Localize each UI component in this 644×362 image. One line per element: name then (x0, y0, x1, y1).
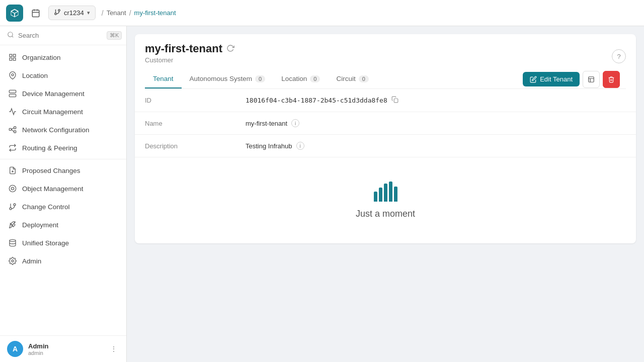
branch-icon (54, 9, 61, 17)
sidebar-item-change-control[interactable]: Change Control (0, 198, 126, 216)
app-logo[interactable] (6, 5, 23, 22)
svg-point-5 (58, 10, 60, 12)
refresh-icon[interactable] (226, 44, 234, 54)
content-card: my-first-tenant Customer ? (135, 34, 636, 243)
tab-actions: Edit Tenant (523, 71, 626, 88)
svg-point-25 (9, 185, 16, 192)
sidebar-item-network-configuration[interactable]: Network Configuration (0, 121, 126, 139)
svg-point-13 (12, 74, 14, 76)
branch-name: cr1234 (64, 9, 84, 17)
sidebar-item-label: Object Management (22, 185, 84, 193)
sidebar-item-label: Location (22, 72, 48, 79)
svg-rect-12 (10, 58, 12, 60)
topbar: cr1234 ▾ / Tenant / my-first-tenant (0, 0, 644, 26)
tenant-title: my-first-tenant (145, 42, 234, 55)
tab-location[interactable]: Location 0 (273, 70, 328, 88)
sidebar-item-label: Network Configuration (22, 126, 90, 134)
svg-point-26 (11, 187, 14, 190)
layout: ⌘K Organization Location (0, 26, 644, 362)
sidebar-item-location[interactable]: Location (0, 66, 126, 84)
bar-4 (389, 182, 392, 202)
search-shortcut: ⌘K (107, 31, 122, 40)
breadcrumb-tenant[interactable]: Tenant (107, 9, 126, 17)
branch-selector[interactable]: cr1234 ▾ (48, 6, 96, 20)
tenant-name: my-first-tenant (145, 42, 222, 55)
sidebar-item-routing-peering[interactable]: Routing & Peering (0, 139, 126, 157)
svg-point-6 (55, 13, 57, 15)
sidebar-item-organization[interactable]: Organization (0, 48, 126, 66)
svg-point-29 (10, 208, 12, 210)
avatar: A (7, 341, 23, 357)
sidebar: ⌘K Organization Location (0, 26, 127, 362)
breadcrumb-my-first-tenant[interactable]: my-first-tenant (134, 9, 176, 17)
search-input[interactable] (18, 32, 103, 39)
copy-id-icon[interactable] (391, 96, 398, 105)
svg-rect-33 (394, 99, 398, 103)
field-row-description: Description Testing Infrahub i (135, 135, 636, 157)
field-label-id: ID (145, 97, 246, 104)
export-button[interactable] (583, 71, 600, 88)
tab-tenant[interactable]: Tenant (145, 70, 182, 88)
sidebar-footer: A Admin admin ⋮ (0, 335, 126, 362)
info-name-icon[interactable]: i (291, 119, 299, 127)
sidebar-item-label: Circuit Management (22, 108, 83, 116)
svg-rect-32 (589, 76, 594, 82)
tab-badge-location: 0 (310, 75, 320, 82)
calendar-icon[interactable] (27, 5, 44, 22)
bar-3 (384, 184, 387, 202)
svg-point-28 (14, 204, 16, 206)
proposed-icon (8, 166, 17, 175)
tab-badge-circuit: 0 (359, 75, 369, 82)
bar-5 (394, 187, 397, 202)
svg-rect-9 (10, 54, 12, 57)
change-icon (8, 202, 17, 211)
sidebar-item-label: Admin (22, 257, 41, 265)
main-content: my-first-tenant Customer ? (127, 26, 644, 362)
svg-rect-18 (9, 128, 11, 130)
map-pin-icon (8, 71, 17, 80)
loading-area: Just a moment (135, 157, 636, 243)
gear-icon (8, 256, 17, 265)
server-icon (8, 89, 17, 98)
sidebar-item-admin[interactable]: Admin (0, 252, 126, 270)
edit-tenant-button[interactable]: Edit Tenant (523, 72, 580, 86)
svg-rect-10 (13, 54, 16, 57)
field-row-id: ID 18016f04-c3b4-1887-2b45-c51d3dda8fe8 (135, 89, 636, 112)
sidebar-item-object-management[interactable]: Object Management (0, 179, 126, 198)
bar-2 (379, 188, 382, 202)
tab-circuit[interactable]: Circuit 0 (328, 70, 376, 88)
help-button[interactable]: ? (612, 49, 626, 63)
content-body: ID 18016f04-c3b4-1887-2b45-c51d3dda8fe8 (135, 89, 636, 243)
field-row-name: Name my-first-tenant i (135, 112, 636, 135)
more-options-icon[interactable]: ⋮ (108, 343, 119, 355)
search-icon (7, 31, 14, 40)
tab-autonomous-system[interactable]: Autonomous System 0 (182, 70, 274, 88)
svg-point-7 (8, 32, 13, 37)
chevron-down-icon: ▾ (87, 10, 90, 16)
user-role: admin (28, 350, 103, 356)
breadcrumb: / Tenant / my-first-tenant (102, 9, 176, 17)
delete-button[interactable] (603, 71, 620, 88)
sidebar-item-proposed-changes[interactable]: Proposed Changes (0, 161, 126, 179)
sidebar-item-unified-storage[interactable]: Unified Storage (0, 234, 126, 252)
content-header: my-first-tenant Customer ? (135, 34, 636, 89)
info-description-icon[interactable]: i (296, 142, 304, 150)
svg-rect-14 (9, 90, 16, 93)
grid-icon (8, 53, 17, 62)
svg-rect-19 (14, 127, 16, 129)
field-label-description: Description (145, 142, 246, 150)
sidebar-item-label: Unified Storage (22, 239, 69, 247)
sidebar-item-label: Routing & Peering (22, 144, 77, 152)
object-icon (8, 184, 17, 193)
field-value-name: my-first-tenant i (246, 119, 299, 127)
svg-point-31 (12, 260, 14, 262)
svg-rect-11 (13, 58, 16, 60)
svg-rect-0 (32, 10, 39, 17)
sidebar-item-circuit-management[interactable]: Circuit Management (0, 103, 126, 121)
sidebar-item-deployment[interactable]: Deployment (0, 216, 126, 234)
field-label-name: Name (145, 120, 246, 127)
routing-icon (8, 143, 17, 152)
sidebar-item-label: Deployment (22, 221, 58, 229)
svg-line-8 (12, 36, 14, 38)
sidebar-item-device-management[interactable]: Device Management (0, 84, 126, 103)
